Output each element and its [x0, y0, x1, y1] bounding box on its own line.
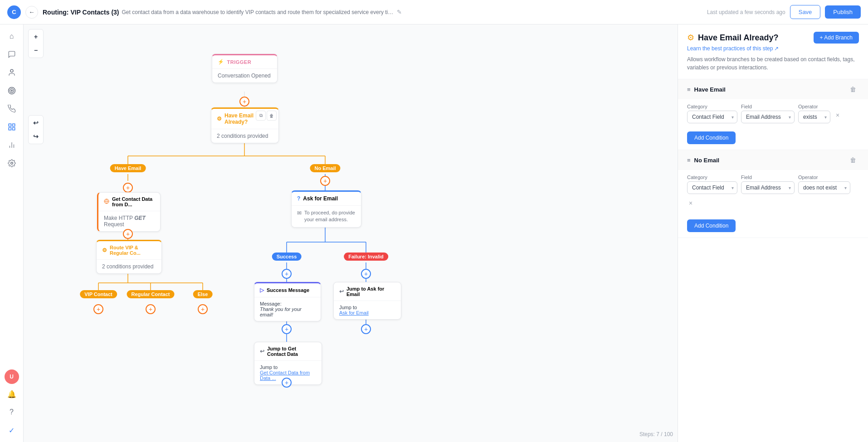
delete-have-email-button[interactable]: 🗑 — [847, 85, 859, 94]
panel-header: ⚙ Have Email Already? + Add Branch Learn… — [678, 24, 868, 79]
svg-point-0 — [10, 69, 13, 72]
sidebar-item-home[interactable]: ⌂ — [4, 28, 20, 44]
sidebar-item-chart[interactable] — [4, 137, 20, 153]
add-node-have-email[interactable]: + — [123, 183, 133, 193]
topbar: C ← Routing: VIP Contacts (3) Get contac… — [0, 0, 868, 24]
field-label: Field — [741, 104, 795, 109]
no-email-condition-row: Category Contact Field Field Email Addre… — [678, 170, 868, 216]
add-condition-no-email-button[interactable]: Add Condition — [687, 219, 736, 232]
last-updated-text: Last updated a few seconds ago — [707, 9, 785, 15]
add-condition-have-email-button[interactable]: Add Condition — [687, 131, 736, 144]
back-button[interactable]: ← — [25, 6, 38, 19]
success-msg-body: Message: Thank you for your email! — [254, 297, 321, 321]
success-branch-label: Success — [272, 253, 302, 261]
jump-icon: ↩ — [339, 288, 344, 295]
field-select-wrap: Email Address — [741, 111, 795, 123]
field-group: Field Email Address — [741, 104, 795, 123]
vip-branch-label: VIP Contact — [80, 290, 117, 298]
field2-select[interactable]: Email Address — [741, 181, 795, 194]
add-node-else[interactable]: + — [198, 304, 208, 314]
delete-node-button[interactable]: 🗑 — [267, 111, 277, 121]
trigger-label: Trigger — [227, 59, 252, 65]
svg-point-3 — [11, 90, 12, 92]
sidebar-notifications[interactable]: 🔔 — [4, 386, 20, 402]
trigger-node-body: Conversation Opened — [212, 69, 277, 83]
category-select[interactable]: Contact Field — [687, 111, 737, 123]
trigger-node-header: ⚡ Trigger — [212, 55, 277, 69]
msg-body-text: Thank you for your email! — [260, 306, 315, 317]
svg-rect-4 — [9, 124, 11, 126]
undo-button[interactable]: ↩ — [29, 117, 42, 129]
category2-select-wrap: Contact Field — [687, 181, 737, 194]
ask-email-label: Ask for Email — [303, 195, 338, 202]
route-title: Routing: VIP Contacts (3) — [43, 9, 119, 16]
trigger-node: ⚡ Trigger Conversation Opened — [212, 54, 278, 83]
user-avatar[interactable]: U — [5, 369, 19, 384]
jump-ask-header: ↩ Jump to Ask for Email — [334, 282, 401, 301]
add-node-no-email[interactable]: + — [320, 176, 330, 186]
save-button[interactable]: Save — [790, 5, 821, 19]
sidebar: ⌂ U 🔔 ? ✓ — [0, 24, 24, 442]
jump-ask-link[interactable]: Ask for Email — [339, 310, 395, 316]
add-node-after-jump-get[interactable]: + — [282, 378, 292, 388]
question-icon: ? — [297, 195, 300, 202]
sidebar-item-flow[interactable] — [4, 119, 20, 135]
jump-ask-label: Jump to Ask for Email — [346, 286, 395, 297]
sidebar-check[interactable]: ✓ — [4, 422, 20, 438]
operator-label: Operator — [798, 104, 830, 109]
sidebar-item-chat[interactable] — [4, 46, 20, 63]
have-email-condition-row: Category Contact Field Field Email Addre… — [678, 99, 868, 128]
field-select[interactable]: Email Address — [741, 111, 795, 123]
route-vip-label: Route VIP & Regular Co... — [110, 245, 156, 256]
have-email-section-label: Have Email — [694, 86, 726, 93]
add-branch-button[interactable]: + Add Branch — [814, 32, 859, 44]
jump-ask-node: ↩ Jump to Ask for Email Jump to Ask for … — [333, 282, 401, 320]
jump-get-label: Jump to Get Contact Data — [267, 346, 316, 357]
add-node-after-jump-ask[interactable]: + — [361, 324, 371, 334]
add-node-after-trigger[interactable]: + — [239, 97, 249, 107]
add-node-regular[interactable]: + — [146, 304, 156, 314]
branch-icon: ⚙ — [217, 116, 222, 122]
redo-button[interactable]: ↪ — [29, 130, 42, 143]
operator-select[interactable]: exists — [798, 111, 830, 123]
add-node-after-get-contact[interactable]: + — [123, 229, 133, 239]
have-email-branch-label: Have Email — [110, 164, 146, 172]
sidebar-item-broadcast[interactable] — [4, 101, 20, 117]
ask-email-header: ? Ask for Email — [292, 192, 361, 206]
canvas-zoom-controls: + − — [28, 29, 44, 58]
ask-email-text: To proceed, do provide your email addres… — [304, 209, 356, 223]
learn-link[interactable]: Learn the best practices of this step ↗ — [687, 45, 859, 52]
operator2-group: Operator does not exist — [798, 175, 850, 194]
remove-condition2-button[interactable]: × — [687, 198, 694, 209]
zoom-out-button[interactable]: − — [29, 44, 42, 57]
canvas-undo-redo-controls: ↩ ↪ — [28, 115, 44, 144]
delete-no-email-button[interactable]: 🗑 — [847, 155, 859, 165]
edit-icon[interactable]: ✎ — [397, 9, 402, 15]
failure-branch-label: Failure: Invalid — [344, 253, 388, 261]
canvas: + − ↩ ↪ ⚡ Trigger Conversation Opened + … — [24, 24, 678, 442]
jump-get-header: ↩ Jump to Get Contact Data — [254, 342, 322, 361]
get-contact-header: Get Contact Data from D... — [98, 193, 160, 211]
copy-node-button[interactable]: ⧉ — [256, 111, 266, 121]
sidebar-item-settings[interactable] — [4, 155, 20, 171]
app-avatar: C — [7, 5, 21, 19]
add-node-failure[interactable]: + — [361, 269, 371, 279]
external-link-icon: ↗ — [774, 45, 779, 52]
publish-button[interactable]: Publish — [825, 5, 861, 19]
have-email-node: ⚙ Have Email Already? 2 conditions provi… — [211, 107, 279, 143]
sidebar-item-contact[interactable] — [4, 64, 20, 81]
add-node-vip[interactable]: + — [93, 304, 103, 314]
sidebar-item-target[interactable] — [4, 83, 20, 99]
remove-condition-button[interactable]: × — [834, 110, 841, 121]
category2-select[interactable]: Contact Field — [687, 181, 737, 194]
operator2-select[interactable]: does not exist — [798, 181, 850, 194]
add-node-success[interactable]: + — [282, 269, 292, 279]
zoom-in-button[interactable]: + — [29, 30, 42, 43]
success-message-node: ▷ Success Message Message: Thank you for… — [254, 282, 321, 321]
add-node-after-success-msg[interactable]: + — [282, 324, 292, 334]
sidebar-help[interactable]: ? — [4, 404, 20, 420]
svg-rect-6 — [12, 128, 15, 130]
svg-point-2 — [10, 89, 14, 93]
jump-get-to-label: Jump to — [260, 364, 316, 370]
have-email-node-actions: ⧉ 🗑 — [256, 111, 277, 121]
